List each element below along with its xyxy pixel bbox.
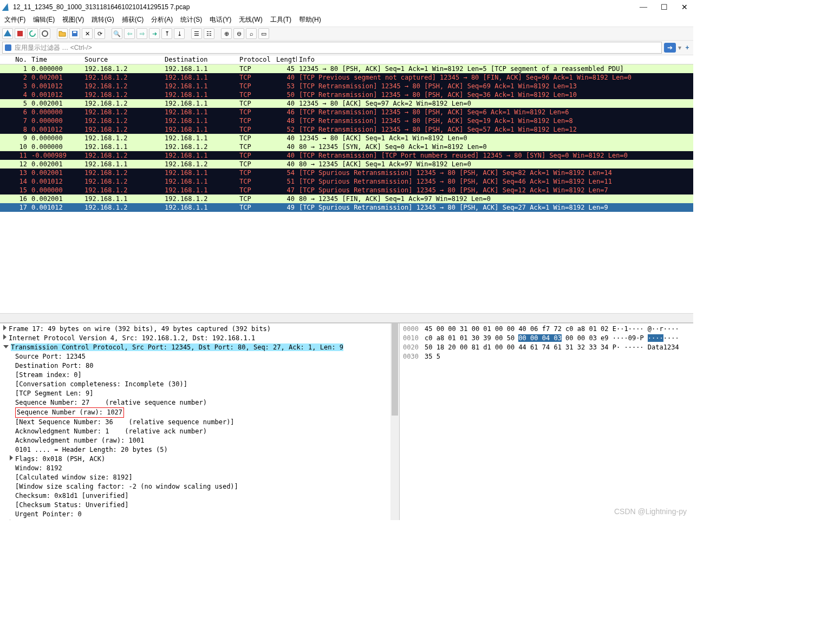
packet-row[interactable]: 120.002001192.168.1.1192.168.1.2TCP4080 … bbox=[0, 160, 693, 168]
packet-row[interactable]: 70.000000192.168.1.2192.168.1.1TCP48[TCP… bbox=[0, 116, 693, 125]
packet-row[interactable]: 90.000000192.168.1.2192.168.1.1TCP401234… bbox=[0, 134, 693, 142]
go-to-icon[interactable]: ➜ bbox=[149, 28, 160, 39]
packet-row[interactable]: 150.000000192.168.1.2192.168.1.1TCP47[TC… bbox=[0, 186, 693, 194]
hex-line[interactable]: 0010c0 a8 01 01 30 39 00 50 00 00 04 03 … bbox=[403, 334, 690, 343]
tree-item[interactable]: Acknowledgment number (raw): 1001 bbox=[0, 436, 399, 445]
packet-row[interactable]: 30.001012192.168.1.2192.168.1.1TCP53[TCP… bbox=[0, 82, 693, 90]
last-packet-icon[interactable]: ⤓ bbox=[174, 28, 185, 39]
tree-item[interactable]: Source Port: 12345 bbox=[0, 352, 399, 361]
maximize-button[interactable]: ☐ bbox=[659, 3, 669, 12]
options-icon[interactable] bbox=[40, 28, 50, 39]
menu-item-1[interactable]: 编辑(E) bbox=[33, 15, 55, 24]
open-file-icon[interactable] bbox=[57, 28, 68, 39]
tree-frame[interactable]: Frame 17: 49 bytes on wire (392 bits), 4… bbox=[0, 325, 399, 334]
add-filter-button[interactable]: + bbox=[683, 44, 691, 51]
packet-row[interactable]: 160.002001192.168.1.1192.168.1.2TCP4080 … bbox=[0, 194, 693, 203]
tree-item[interactable]: [Checksum Status: Unverified] bbox=[0, 501, 399, 510]
go-back-icon[interactable]: ⇦ bbox=[124, 28, 135, 39]
menu-item-5[interactable]: 分析(A) bbox=[151, 15, 173, 24]
hex-line[interactable]: 000045 00 00 31 00 01 00 00 40 06 f7 72 … bbox=[403, 325, 690, 334]
tree-item[interactable]: Acknowledgment Number: 1 (relative ack n… bbox=[0, 427, 399, 436]
menu-item-3[interactable]: 跳转(G) bbox=[92, 15, 114, 24]
packet-list-header[interactable]: No. Time Source Destination Protocol Len… bbox=[0, 55, 693, 64]
packet-row[interactable]: 11-0.000989192.168.1.2192.168.1.1TCP40[T… bbox=[0, 151, 693, 160]
tree-item[interactable]: [Stream index: 0] bbox=[0, 371, 399, 380]
zoom-reset-icon[interactable]: ⌕ bbox=[246, 28, 257, 39]
tree-item[interactable]: Sequence Number: 27 (relative sequence n… bbox=[0, 398, 399, 407]
close-button[interactable]: ✕ bbox=[679, 3, 690, 12]
app-icon bbox=[2, 3, 11, 11]
close-file-icon[interactable]: ✕ bbox=[82, 28, 93, 39]
packet-row[interactable]: 50.002001192.168.1.2192.168.1.1TCP401234… bbox=[0, 99, 693, 108]
tree-item[interactable]: 0101 .... = Header Length: 20 bytes (5) bbox=[0, 445, 399, 455]
hex-line[interactable]: 003035 5 bbox=[403, 352, 690, 361]
packet-list[interactable]: 10.000000192.168.1.2192.168.1.1TCP451234… bbox=[0, 64, 693, 219]
tree-item[interactable]: [Conversation completeness: Incomplete (… bbox=[0, 380, 399, 389]
zoom-in-icon[interactable]: ⊕ bbox=[221, 28, 232, 39]
colorize-icon[interactable]: ☷ bbox=[204, 28, 214, 39]
reload-icon[interactable]: ⟳ bbox=[94, 28, 105, 39]
display-filter-input[interactable]: 应用显示过滤器 … <Ctrl-/> bbox=[2, 42, 662, 54]
tree-item[interactable]: [Calculated window size: 8192] bbox=[0, 473, 399, 482]
packet-row[interactable]: 60.000000192.168.1.2192.168.1.1TCP46[TCP… bbox=[0, 108, 693, 116]
tree-ip[interactable]: Internet Protocol Version 4, Src: 192.16… bbox=[0, 334, 399, 343]
tree-item[interactable]: Destination Port: 80 bbox=[0, 361, 399, 371]
save-file-icon[interactable] bbox=[69, 28, 80, 39]
menu-item-4[interactable]: 捕获(C) bbox=[122, 15, 144, 24]
packet-details-tree[interactable]: Frame 17: 49 bytes on wire (392 bits), 4… bbox=[0, 323, 400, 520]
tree-item[interactable]: [Window size scaling factor: -2 (no wind… bbox=[0, 482, 399, 491]
restart-capture-icon[interactable] bbox=[27, 28, 38, 39]
apply-filter-button[interactable]: ➔ bbox=[664, 43, 676, 53]
tree-seq-raw[interactable]: Sequence Number (raw): 1027 bbox=[0, 407, 399, 418]
menu-item-9[interactable]: 工具(T) bbox=[270, 15, 291, 24]
packet-row[interactable]: 130.002001192.168.1.2192.168.1.1TCP54[TC… bbox=[0, 168, 693, 177]
auto-scroll-icon[interactable]: ☰ bbox=[191, 28, 202, 39]
menu-item-6[interactable]: 统计(S) bbox=[180, 15, 202, 24]
menu-item-0[interactable]: 文件(F) bbox=[4, 15, 25, 24]
go-forward-icon[interactable]: ⇨ bbox=[136, 28, 147, 39]
stop-capture-icon[interactable] bbox=[15, 28, 25, 39]
packet-row[interactable]: 100.000000192.168.1.1192.168.1.2TCP4080 … bbox=[0, 142, 693, 151]
svg-point-2 bbox=[42, 31, 48, 36]
packet-row[interactable]: 20.002001192.168.1.2192.168.1.1TCP40[TCP… bbox=[0, 73, 693, 82]
hex-line[interactable]: 002050 18 20 00 81 d1 00 00 44 61 74 61 … bbox=[403, 343, 690, 352]
minimize-button[interactable]: — bbox=[638, 3, 649, 12]
bookmark-icon[interactable] bbox=[5, 44, 11, 51]
svg-rect-1 bbox=[17, 31, 23, 36]
packet-row[interactable]: 80.001012192.168.1.2192.168.1.1TCP52[TCP… bbox=[0, 125, 693, 134]
tree-item[interactable]: Window: 8192 bbox=[0, 464, 399, 473]
filter-placeholder: 应用显示过滤器 … <Ctrl-/> bbox=[15, 43, 92, 53]
tree-item[interactable]: Checksum: 0x81d1 [unverified] bbox=[0, 491, 399, 501]
first-packet-icon[interactable]: ⤒ bbox=[161, 28, 172, 39]
packet-row[interactable]: 40.001012192.168.1.2192.168.1.1TCP50[TCP… bbox=[0, 90, 693, 99]
tree-tcp[interactable]: Transmission Control Protocol, Src Port:… bbox=[0, 343, 399, 352]
menu-item-8[interactable]: 无线(W) bbox=[239, 15, 262, 24]
tree-item[interactable]: [TCP Segment Len: 9] bbox=[0, 389, 399, 398]
tree-item[interactable]: [Next Sequence Number: 36 (relative sequ… bbox=[0, 418, 399, 427]
tree-flags[interactable]: Flags: 0x018 (PSH, ACK) bbox=[0, 455, 399, 464]
packet-bytes[interactable]: 000045 00 00 31 00 01 00 00 40 06 f7 72 … bbox=[400, 323, 693, 520]
tree-item[interactable]: Urgent Pointer: 0 bbox=[0, 510, 399, 519]
packet-row[interactable]: 170.001012192.168.1.2192.168.1.1TCP49[TC… bbox=[0, 203, 693, 212]
main-toolbar: ✕ ⟳ 🔍 ⇦ ⇨ ➜ ⤒ ⤓ ☰ ☷ ⊕ ⊖ ⌕ ▭ bbox=[0, 27, 693, 41]
packet-list-blank bbox=[0, 219, 693, 323]
packet-row[interactable]: 140.001012192.168.1.2192.168.1.1TCP51[TC… bbox=[0, 177, 693, 186]
zoom-out-icon[interactable]: ⊖ bbox=[233, 28, 244, 39]
packet-row[interactable]: 10.000000192.168.1.2192.168.1.1TCP451234… bbox=[0, 64, 693, 73]
watermark: CSDN @Lightning-py bbox=[614, 507, 687, 516]
menu-item-7[interactable]: 电话(Y) bbox=[210, 15, 231, 24]
tree-timestamps[interactable]: [Timestamps] bbox=[0, 519, 399, 520]
svg-rect-4 bbox=[73, 31, 76, 33]
menu-item-10[interactable]: 帮助(H) bbox=[299, 15, 321, 24]
menu-item-2[interactable]: 视图(V) bbox=[62, 15, 84, 24]
start-capture-icon[interactable] bbox=[2, 28, 13, 39]
find-icon[interactable]: 🔍 bbox=[112, 28, 122, 39]
resize-columns-icon[interactable]: ▭ bbox=[258, 28, 269, 39]
svg-marker-0 bbox=[4, 30, 11, 36]
window-title: 12_11_12345_80_1000_31311816461021014129… bbox=[13, 3, 638, 11]
